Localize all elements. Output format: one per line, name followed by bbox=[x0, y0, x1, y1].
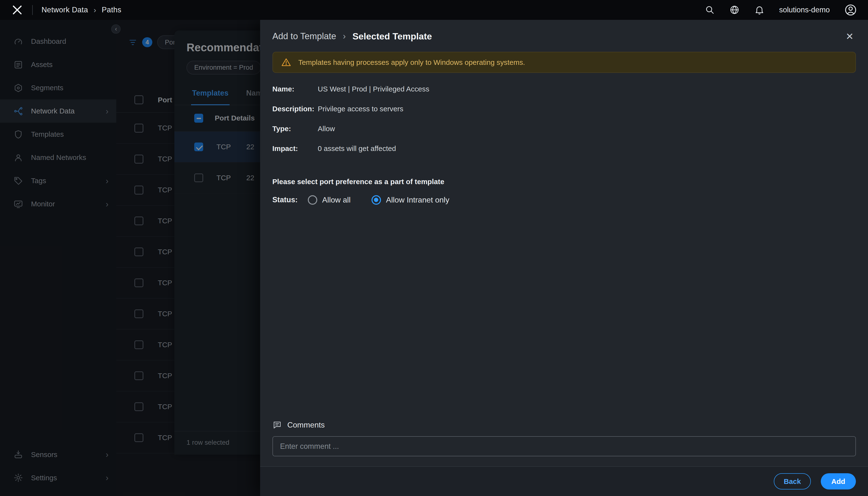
radio-option-allow-intranet-only[interactable]: Allow Intranet only bbox=[372, 195, 449, 205]
field-description: Description: Privilege access to servers bbox=[272, 105, 856, 113]
notifications-bell-icon[interactable] bbox=[754, 4, 765, 15]
template-fields: Name: US West | Prod | Privileged Access… bbox=[260, 73, 868, 164]
status-radio-group: Status: Allow all Allow Intranet only bbox=[260, 186, 868, 205]
field-label: Description: bbox=[272, 105, 318, 113]
comments-section-header: Comments bbox=[260, 420, 868, 436]
field-label: Type: bbox=[272, 125, 318, 133]
field-name: Name: US West | Prod | Privileged Access bbox=[272, 85, 856, 93]
field-value: Privilege access to servers bbox=[318, 105, 403, 113]
globe-icon[interactable] bbox=[729, 4, 739, 15]
comment-icon bbox=[272, 420, 282, 430]
field-type: Type: Allow bbox=[272, 125, 856, 133]
field-value: 0 assets will get affected bbox=[318, 144, 396, 153]
breadcrumb-network-data[interactable]: Network Data bbox=[41, 5, 88, 14]
add-to-template-drawer: Add to Template › Selected Template ✕ Te… bbox=[260, 20, 868, 496]
stage: Dashboard Assets Segments Network Data ›… bbox=[0, 20, 868, 496]
chevron-right-icon: › bbox=[343, 31, 346, 41]
topbar: Network Data › Paths solutions-demo bbox=[0, 0, 868, 20]
radio-label: Allow Intranet only bbox=[386, 196, 449, 204]
port-preference-heading: Please select port preference as a part … bbox=[260, 164, 868, 186]
status-label: Status: bbox=[272, 196, 308, 204]
warning-text: Templates having processes apply only to… bbox=[298, 58, 525, 66]
field-value: US West | Prod | Privileged Access bbox=[318, 85, 430, 93]
drawer-footer: Back Add bbox=[260, 466, 868, 496]
chevron-right-icon: › bbox=[94, 5, 96, 15]
close-icon[interactable]: ✕ bbox=[846, 31, 854, 42]
add-button[interactable]: Add bbox=[821, 473, 856, 489]
back-button[interactable]: Back bbox=[774, 473, 811, 489]
topbar-actions: solutions-demo bbox=[704, 4, 857, 16]
drawer-breadcrumb-selected-template: Selected Template bbox=[353, 31, 432, 42]
breadcrumb-paths: Paths bbox=[102, 5, 121, 14]
comments-label: Comments bbox=[287, 420, 325, 430]
drawer-breadcrumb-add-to-template[interactable]: Add to Template bbox=[272, 31, 336, 41]
radio-option-allow-all[interactable]: Allow all bbox=[308, 195, 351, 205]
search-icon[interactable] bbox=[704, 4, 715, 15]
field-label: Impact: bbox=[272, 144, 318, 153]
radio-label: Allow all bbox=[322, 196, 350, 204]
username[interactable]: solutions-demo bbox=[779, 5, 830, 14]
topbar-divider bbox=[32, 5, 33, 15]
field-label: Name: bbox=[272, 85, 318, 93]
drawer-header: Add to Template › Selected Template ✕ bbox=[260, 20, 868, 50]
xshield-logo-icon bbox=[11, 4, 23, 16]
radio-selected-icon[interactable] bbox=[372, 195, 381, 205]
warning-banner: Templates having processes apply only to… bbox=[272, 52, 856, 73]
spacer bbox=[260, 205, 868, 420]
field-value: Allow bbox=[318, 125, 335, 133]
comment-input[interactable] bbox=[272, 436, 856, 456]
app-window: Network Data › Paths solutions-demo Dash… bbox=[0, 0, 868, 496]
user-avatar-icon[interactable] bbox=[844, 4, 857, 16]
radio-unselected-icon[interactable] bbox=[308, 195, 317, 205]
warning-triangle-icon bbox=[281, 57, 291, 67]
field-impact: Impact: 0 assets will get affected bbox=[272, 144, 856, 153]
